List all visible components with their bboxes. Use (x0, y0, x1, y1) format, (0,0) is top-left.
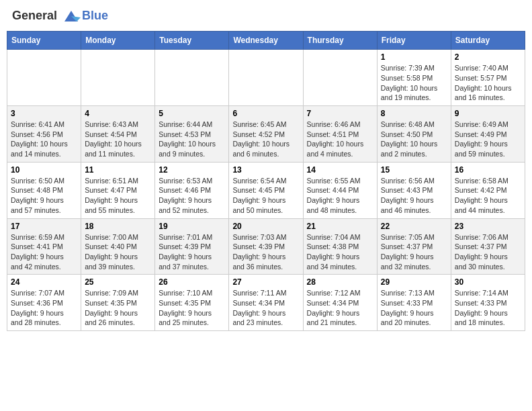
day-number: 15 (381, 165, 447, 175)
col-header-saturday: Saturday (451, 32, 525, 50)
day-info: Sunrise: 7:12 AMSunset: 4:34 PMDaylight:… (307, 288, 373, 328)
calendar-cell: 6Sunrise: 6:45 AMSunset: 4:52 PMDaylight… (229, 106, 303, 163)
calendar-cell: 7Sunrise: 6:46 AMSunset: 4:51 PMDaylight… (303, 106, 377, 163)
calendar-cell: 5Sunrise: 6:44 AMSunset: 4:53 PMDaylight… (155, 106, 229, 163)
day-info: Sunrise: 7:14 AMSunset: 4:33 PMDaylight:… (455, 288, 521, 328)
day-info: Sunrise: 6:54 AMSunset: 4:45 PMDaylight:… (232, 176, 299, 216)
day-number: 6 (232, 109, 299, 118)
calendar-cell: 17Sunrise: 6:59 AMSunset: 4:41 PMDayligh… (7, 218, 81, 275)
calendar-cell: 8Sunrise: 6:48 AMSunset: 4:50 PMDaylight… (377, 106, 451, 163)
day-number: 17 (11, 222, 77, 231)
day-number: 24 (11, 277, 77, 287)
day-number: 11 (85, 165, 151, 175)
day-info: Sunrise: 7:39 AMSunset: 5:58 PMDaylight:… (381, 63, 447, 103)
logo-blue: Blue (82, 9, 108, 22)
day-info: Sunrise: 7:04 AMSunset: 4:38 PMDaylight:… (307, 232, 373, 272)
col-header-friday: Friday (377, 32, 451, 50)
calendar-cell: 25Sunrise: 7:09 AMSunset: 4:35 PMDayligh… (81, 275, 155, 331)
day-number: 23 (455, 222, 521, 231)
day-number: 19 (159, 222, 225, 231)
calendar-cell: 26Sunrise: 7:10 AMSunset: 4:35 PMDayligh… (155, 275, 229, 331)
calendar-week-2: 3Sunrise: 6:41 AMSunset: 4:56 PMDaylight… (7, 106, 525, 163)
calendar-week-5: 24Sunrise: 7:07 AMSunset: 4:36 PMDayligh… (7, 275, 525, 331)
calendar-cell: 20Sunrise: 7:03 AMSunset: 4:39 PMDayligh… (229, 218, 303, 275)
calendar-cell: 4Sunrise: 6:43 AMSunset: 4:54 PMDaylight… (81, 106, 155, 163)
calendar-cell: 18Sunrise: 7:00 AMSunset: 4:40 PMDayligh… (81, 218, 155, 275)
day-info: Sunrise: 7:07 AMSunset: 4:36 PMDaylight:… (11, 288, 77, 328)
day-number: 21 (307, 222, 373, 231)
logo-icon (62, 9, 81, 23)
day-info: Sunrise: 7:00 AMSunset: 4:40 PMDaylight:… (85, 232, 151, 272)
day-info: Sunrise: 6:51 AMSunset: 4:47 PMDaylight:… (85, 176, 151, 216)
calendar-cell: 12Sunrise: 6:53 AMSunset: 4:46 PMDayligh… (155, 162, 229, 218)
calendar-week-3: 10Sunrise: 6:50 AMSunset: 4:48 PMDayligh… (7, 162, 525, 218)
day-info: Sunrise: 7:05 AMSunset: 4:37 PMDaylight:… (381, 232, 447, 272)
calendar-cell: 14Sunrise: 6:55 AMSunset: 4:44 PMDayligh… (303, 162, 377, 218)
day-info: Sunrise: 6:58 AMSunset: 4:42 PMDaylight:… (455, 176, 521, 216)
day-info: Sunrise: 6:48 AMSunset: 4:50 PMDaylight:… (381, 120, 447, 159)
calendar-cell: 3Sunrise: 6:41 AMSunset: 4:56 PMDaylight… (7, 106, 81, 163)
calendar-cell: 11Sunrise: 6:51 AMSunset: 4:47 PMDayligh… (81, 162, 155, 218)
col-header-wednesday: Wednesday (229, 32, 303, 50)
calendar-cell (229, 50, 303, 106)
page-header: General Blue (7, 7, 525, 26)
col-header-tuesday: Tuesday (155, 32, 229, 50)
day-info: Sunrise: 7:03 AMSunset: 4:39 PMDaylight:… (232, 232, 299, 272)
day-info: Sunrise: 6:46 AMSunset: 4:51 PMDaylight:… (307, 120, 373, 159)
calendar-cell: 28Sunrise: 7:12 AMSunset: 4:34 PMDayligh… (303, 275, 377, 331)
logo-general: General (12, 9, 57, 22)
day-info: Sunrise: 6:45 AMSunset: 4:52 PMDaylight:… (232, 120, 299, 159)
day-number: 20 (232, 222, 299, 231)
calendar-week-4: 17Sunrise: 6:59 AMSunset: 4:41 PMDayligh… (7, 218, 525, 275)
day-number: 30 (455, 277, 521, 287)
day-info: Sunrise: 7:40 AMSunset: 5:57 PMDaylight:… (455, 63, 521, 103)
calendar-cell: 2Sunrise: 7:40 AMSunset: 5:57 PMDaylight… (451, 50, 525, 106)
day-info: Sunrise: 6:43 AMSunset: 4:54 PMDaylight:… (85, 120, 151, 159)
calendar-cell: 19Sunrise: 7:01 AMSunset: 4:39 PMDayligh… (155, 218, 229, 275)
calendar-cell: 24Sunrise: 7:07 AMSunset: 4:36 PMDayligh… (7, 275, 81, 331)
col-header-thursday: Thursday (303, 32, 377, 50)
day-number: 1 (381, 52, 447, 62)
calendar-cell (7, 50, 81, 106)
day-number: 5 (159, 109, 225, 118)
day-number: 7 (307, 109, 373, 118)
col-header-monday: Monday (81, 32, 155, 50)
calendar-cell: 16Sunrise: 6:58 AMSunset: 4:42 PMDayligh… (451, 162, 525, 218)
day-info: Sunrise: 6:59 AMSunset: 4:41 PMDaylight:… (11, 232, 77, 272)
day-info: Sunrise: 6:49 AMSunset: 4:49 PMDaylight:… (455, 120, 521, 159)
day-info: Sunrise: 7:01 AMSunset: 4:39 PMDaylight:… (159, 232, 225, 272)
day-number: 13 (232, 165, 299, 175)
calendar-cell: 30Sunrise: 7:14 AMSunset: 4:33 PMDayligh… (451, 275, 525, 331)
day-number: 14 (307, 165, 373, 175)
calendar-header-row: SundayMondayTuesdayWednesdayThursdayFrid… (7, 32, 525, 50)
calendar-cell (303, 50, 377, 106)
day-info: Sunrise: 6:53 AMSunset: 4:46 PMDaylight:… (159, 176, 225, 216)
day-info: Sunrise: 7:11 AMSunset: 4:34 PMDaylight:… (232, 288, 299, 328)
day-info: Sunrise: 6:41 AMSunset: 4:56 PMDaylight:… (11, 120, 77, 159)
day-number: 22 (381, 222, 447, 231)
calendar-week-1: 1Sunrise: 7:39 AMSunset: 5:58 PMDaylight… (7, 50, 525, 106)
day-number: 3 (11, 109, 77, 118)
calendar-cell (155, 50, 229, 106)
day-number: 27 (232, 277, 299, 287)
col-header-sunday: Sunday (7, 32, 81, 50)
day-info: Sunrise: 7:10 AMSunset: 4:35 PMDaylight:… (159, 288, 225, 328)
day-info: Sunrise: 6:55 AMSunset: 4:44 PMDaylight:… (307, 176, 373, 216)
day-number: 16 (455, 165, 521, 175)
calendar-cell: 15Sunrise: 6:56 AMSunset: 4:43 PMDayligh… (377, 162, 451, 218)
day-number: 26 (159, 277, 225, 287)
calendar-cell: 10Sunrise: 6:50 AMSunset: 4:48 PMDayligh… (7, 162, 81, 218)
day-number: 29 (381, 277, 447, 287)
day-number: 8 (381, 109, 447, 118)
day-info: Sunrise: 7:06 AMSunset: 4:37 PMDaylight:… (455, 232, 521, 272)
day-number: 9 (455, 109, 521, 118)
day-number: 4 (85, 109, 151, 118)
day-number: 25 (85, 277, 151, 287)
calendar-cell: 29Sunrise: 7:13 AMSunset: 4:33 PMDayligh… (377, 275, 451, 331)
day-number: 18 (85, 222, 151, 231)
calendar-cell: 22Sunrise: 7:05 AMSunset: 4:37 PMDayligh… (377, 218, 451, 275)
day-number: 12 (159, 165, 225, 175)
calendar-cell: 23Sunrise: 7:06 AMSunset: 4:37 PMDayligh… (451, 218, 525, 275)
day-number: 2 (455, 52, 521, 62)
calendar-cell: 1Sunrise: 7:39 AMSunset: 5:58 PMDaylight… (377, 50, 451, 106)
